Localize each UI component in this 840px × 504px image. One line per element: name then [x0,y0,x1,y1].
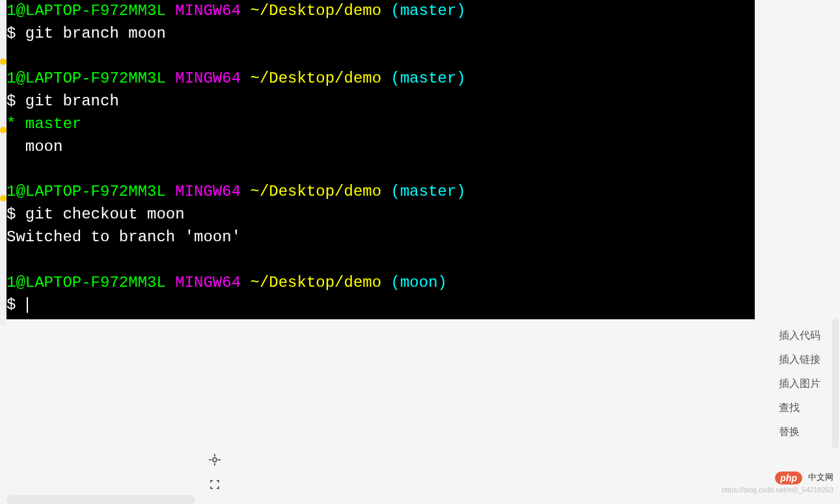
vertical-scrollbar[interactable] [832,319,839,449]
context-menu: 插入代码 插入链接 插入图片 查找 替换 [779,324,820,444]
menu-insert-image[interactable]: 插入图片 [779,372,820,396]
editor-toolbar [208,453,221,491]
gutter-marker [0,195,7,202]
gutter-marker [0,127,7,133]
target-icon[interactable] [208,453,221,466]
menu-insert-link[interactable]: 插入链接 [779,348,820,372]
menu-replace[interactable]: 替换 [779,420,820,444]
svg-point-0 [213,458,217,462]
cn-label: 中文网 [808,471,833,483]
horizontal-scrollbar[interactable] [7,495,195,504]
php-badge: php [775,471,802,484]
expand-icon[interactable] [208,478,221,491]
watermark-text: https://blog.csdn.net/m0_54218263 [722,486,833,494]
terminal-window[interactable]: 1@LAPTOP-F972MM3L MINGW64 ~/Desktop/demo… [7,0,755,319]
editor-gutter [0,0,7,325]
gutter-marker [0,59,7,65]
menu-find[interactable]: 查找 [779,396,820,420]
menu-insert-code[interactable]: 插入代码 [779,324,820,348]
